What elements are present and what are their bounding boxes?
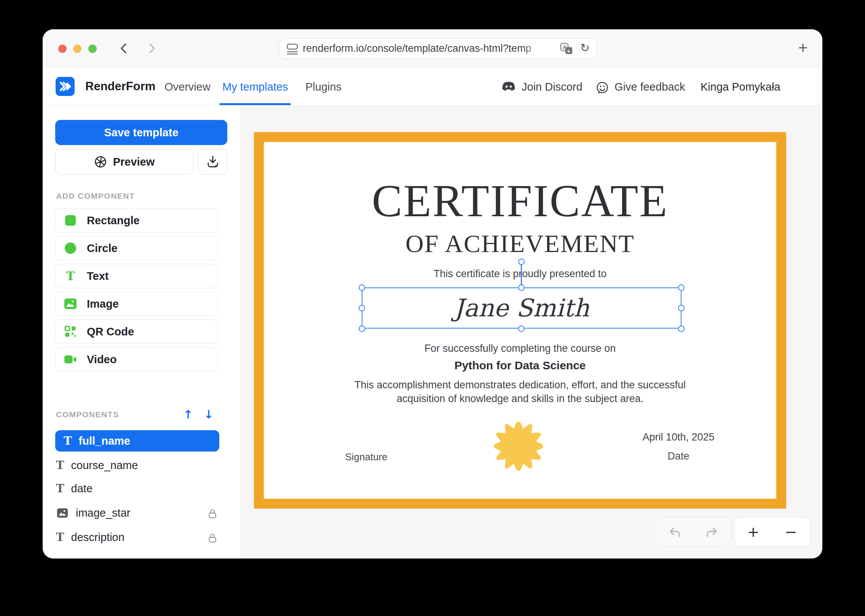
url-text: renderform.io/console/template/canvas-ht…	[279, 43, 555, 54]
lock-icon[interactable]	[207, 507, 218, 520]
layer-full-name[interactable]: T full_name	[55, 430, 219, 452]
discord-icon[interactable]	[501, 81, 516, 93]
design-canvas[interactable]: CERTIFICATE OF ACHIEVEMENT This certific…	[241, 105, 822, 559]
resize-handle-top-center[interactable]	[518, 284, 525, 291]
feedback-smiley-icon[interactable]	[595, 81, 609, 95]
video-icon	[64, 353, 77, 366]
svg-text:a: a	[567, 48, 570, 54]
add-component-label: ADD COMPONENT	[56, 192, 135, 201]
layer-course-name[interactable]: T course_name	[55, 455, 219, 476]
text-component-icon: T	[56, 482, 64, 495]
join-discord-link[interactable]: Join Discord	[522, 81, 583, 93]
user-name: Kinga Pomykała	[701, 81, 780, 93]
text-component-icon: T	[56, 459, 64, 472]
presented-line: This certificate is proudly presented to	[264, 268, 776, 280]
add-text-card[interactable]: T Text	[55, 264, 218, 288]
lock-icon[interactable]	[207, 532, 218, 544]
nav-link-overview[interactable]: Overview	[164, 81, 211, 93]
text-component-icon: T	[56, 531, 64, 544]
layer-image-star[interactable]: image_star	[55, 502, 219, 523]
redo-icon[interactable]	[704, 525, 720, 539]
browser-chrome: renderform.io/console/template/canvas-ht…	[43, 29, 822, 67]
move-layer-down-icon[interactable]: ↓	[203, 408, 214, 421]
course-name-text-component[interactable]: Python for Data Science	[264, 359, 776, 372]
certificate-subtitle: OF ACHIEVEMENT	[264, 231, 776, 256]
preview-label: Preview	[113, 156, 155, 168]
date-text-component[interactable]: April 10th, 2025	[621, 431, 736, 443]
resize-handle-top-left[interactable]	[359, 284, 365, 291]
aperture-icon	[94, 155, 107, 168]
app-navbar: RenderForm Overview My templates Plugins…	[43, 67, 822, 105]
editor-sidebar: Save template Preview	[43, 105, 241, 559]
layer-date[interactable]: T date	[55, 478, 219, 499]
course-intro-line: For successfully completing the course o…	[264, 343, 776, 354]
minimize-window-button[interactable]	[73, 45, 81, 53]
date-label: Date	[621, 450, 736, 462]
resize-handle-bottom-left[interactable]	[359, 326, 365, 332]
signature-label: Signature	[322, 451, 410, 463]
zoom-in-button[interactable]: +	[742, 523, 765, 540]
text-icon: T	[64, 270, 77, 282]
logo-chevrons-icon	[56, 77, 75, 96]
resize-handle-bottom-center[interactable]	[518, 326, 525, 332]
rectangle-icon	[64, 214, 77, 227]
history-controls	[656, 517, 731, 546]
nav-link-my-templates[interactable]: My templates	[222, 81, 288, 93]
renderform-logo[interactable]	[56, 77, 75, 96]
certificate-title: CERTIFICATE	[264, 178, 776, 224]
back-icon[interactable]	[118, 42, 130, 54]
active-tab-underline	[219, 103, 291, 105]
close-window-button[interactable]	[58, 45, 67, 53]
add-rectangle-card[interactable]: Rectangle	[55, 208, 218, 233]
add-image-card[interactable]: Image	[55, 292, 218, 316]
add-circle-card[interactable]: Circle	[55, 236, 218, 260]
resize-handle-mid-left[interactable]	[359, 305, 365, 311]
zoom-out-button[interactable]: −	[780, 523, 803, 540]
certificate-template[interactable]: CERTIFICATE OF ACHIEVEMENT This certific…	[254, 132, 786, 509]
nav-link-plugins[interactable]: Plugins	[305, 81, 342, 93]
layer-description[interactable]: T description	[55, 527, 219, 548]
url-bar[interactable]: renderform.io/console/template/canvas-ht…	[279, 38, 597, 59]
resize-handle-mid-right[interactable]	[678, 305, 685, 311]
add-qr-code-card[interactable]: QR Code	[55, 319, 218, 344]
reload-icon[interactable]: ↻	[580, 41, 590, 54]
resize-handle-top-right[interactable]	[678, 284, 685, 291]
undo-icon[interactable]	[667, 525, 682, 539]
download-button[interactable]	[198, 149, 227, 175]
image-icon	[64, 297, 77, 310]
description-line-2[interactable]: acquisition of knowledge and skills in t…	[264, 393, 776, 405]
selection-box[interactable]	[362, 287, 681, 329]
add-video-card[interactable]: Video	[55, 347, 218, 372]
circle-icon	[64, 242, 77, 255]
download-icon	[206, 155, 220, 169]
qr-code-icon	[64, 325, 77, 338]
move-layer-up-icon[interactable]: ↑	[182, 408, 194, 421]
new-tab-button[interactable]: +	[793, 39, 812, 58]
resize-handle-bottom-right[interactable]	[678, 326, 685, 332]
text-component-icon: T	[64, 434, 72, 447]
translate-icon[interactable]: A a	[560, 43, 573, 56]
components-label: COMPONENTS	[56, 410, 119, 419]
zoom-controls: + −	[734, 517, 810, 546]
description-line-1[interactable]: This accomplishment demonstrates dedicat…	[264, 379, 776, 391]
url-fade	[521, 40, 555, 57]
star-badge-image-component[interactable]	[494, 422, 543, 471]
image-component-icon	[56, 506, 69, 519]
fullscreen-window-button[interactable]	[88, 45, 97, 53]
browser-window: renderform.io/console/template/canvas-ht…	[43, 29, 822, 559]
forward-icon[interactable]	[145, 42, 158, 54]
save-template-button[interactable]: Save template	[55, 120, 227, 145]
brand-name[interactable]: RenderForm	[85, 80, 155, 93]
preview-button[interactable]: Preview	[55, 149, 193, 175]
rotation-handle[interactable]	[518, 259, 525, 265]
give-feedback-link[interactable]: Give feedback	[614, 81, 685, 93]
